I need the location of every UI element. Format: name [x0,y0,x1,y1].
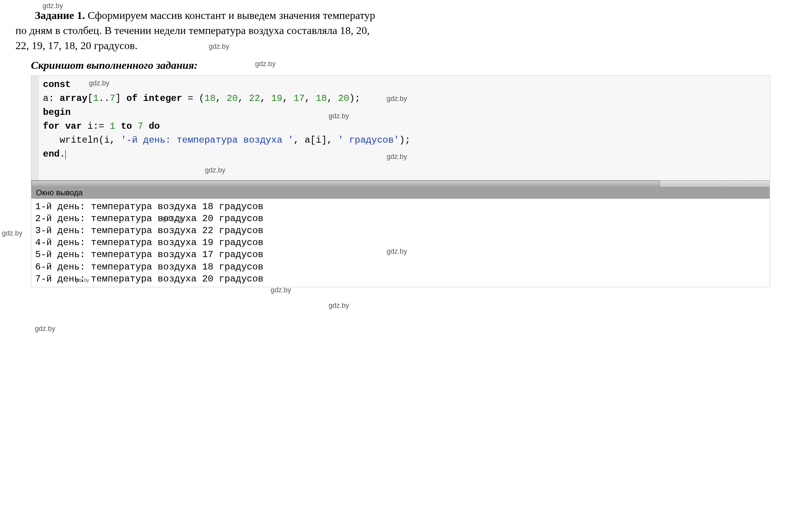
code-keyword: for [43,121,60,131]
horizontal-scrollbar[interactable] [31,180,770,187]
code-text: writeln(i, [43,135,121,145]
output-line: 1-й день: температура воздуха 18 градусо… [35,201,264,212]
output-line: 7-й день: температура воздуха 20 градусо… [35,274,264,284]
code-text: ); [349,93,360,104]
output-window-header: Окно вывода [31,187,770,199]
code-text: ); [399,135,411,145]
screenshot-label: Скриншот выполненного задания: [31,59,786,72]
code-number: 22 [249,93,260,104]
code-type: integer [143,93,182,104]
watermark: gdz.by [209,43,229,51]
code-text: i:= [82,121,110,131]
watermark: gdz.by [387,153,407,161]
code-string: ' градусов' [338,135,399,145]
code-keyword: var [65,121,82,131]
code-number: 19 [271,93,283,104]
code-text: , [216,93,227,104]
problem-text-1: Сформируем массив констант и выведем зна… [88,9,375,21]
code-editor[interactable]: const a: array[1..7] of integer = (18, 2… [31,76,770,180]
problem-text-3: 22, 19, 17, 18, 20 градусов. [15,39,138,51]
code-keyword: begin [43,107,71,118]
code-text: .. [99,93,110,104]
output-line: 5-й день: температура воздуха 17 градусо… [35,249,264,260]
code-text: , [305,93,316,104]
watermark: gdz.by [162,215,183,223]
code-text: . [60,149,65,159]
output-line: 4-й день: температура воздуха 19 градусо… [35,237,264,248]
code-text: , [327,93,338,104]
watermark: gdz.by [255,60,276,68]
cursor-icon [65,150,66,159]
output-line: 6-й день: температура воздуха 18 градусо… [35,262,264,272]
code-text: , [260,93,271,104]
code-keyword: array [60,93,87,104]
code-number: 18 [316,93,327,104]
code-text: ] [115,93,126,104]
watermark: gdz.by [387,247,407,256]
code-text: , [238,93,249,104]
watermark: gdz.by [2,229,22,237]
code-number: 7 [138,121,143,131]
code-keyword: end [43,149,60,159]
problem-statement: Задание 1. Сформируем массив констант и … [15,8,786,53]
output-line: 2-й день: температура воздуха 20 градусо… [35,213,264,224]
code-text: [ [87,93,93,104]
code-number: 20 [227,93,238,104]
code-keyword: do [149,121,160,131]
code-number: 1 [93,93,99,104]
code-keyword: const [43,79,71,90]
code-text: , a[i], [293,135,338,145]
code-text: , [282,93,293,104]
code-number: 18 [205,93,216,104]
task-number: Задание 1. [35,9,85,21]
watermark: gdz.by [43,2,63,10]
output-line: 3-й день: температура воздуха 22 градусо… [35,225,264,236]
watermark: gdz.by [75,278,89,283]
watermark: gdz.by [387,95,407,103]
code-number: 1 [110,121,115,131]
code-text [138,93,143,104]
watermark: gdz.by [329,112,349,120]
code-text: = ( [182,93,205,104]
code-number: 7 [110,93,115,104]
output-console: 1-й день: температура воздуха 18 градусо… [31,199,770,287]
code-number: 20 [338,93,349,104]
watermark: gdz.by [205,166,225,174]
code-keyword: to [121,121,132,131]
code-number: 17 [293,93,305,104]
code-text: a: [43,93,60,104]
watermark: gdz.by [89,79,109,87]
watermark: gdz.by [271,286,291,294]
code-string: '-й день: температура воздуха ' [121,135,293,145]
problem-text-2: по дням в столбец. В течении недели темп… [15,24,370,36]
code-keyword: of [126,93,138,104]
